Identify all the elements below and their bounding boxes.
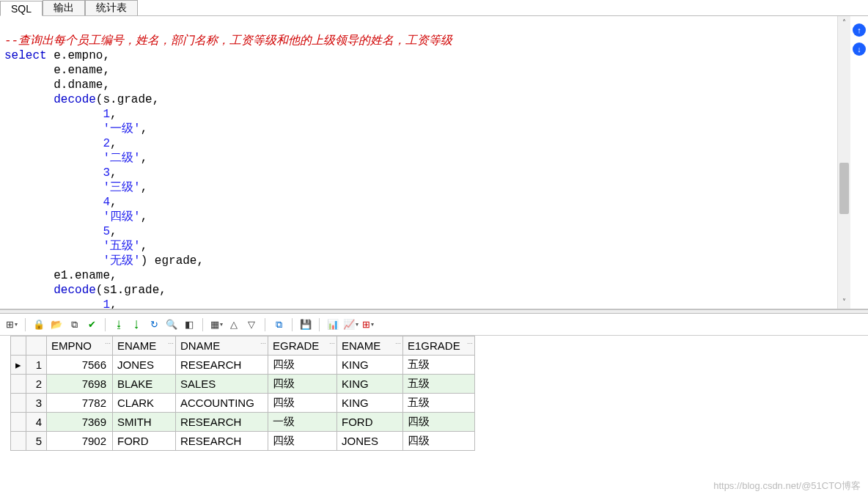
sort-icon[interactable]: ⋯ [260, 340, 266, 347]
tab-sql[interactable]: SQL [0, 1, 43, 16]
table-row[interactable]: ▸17566JONESRESEARCH四级KING五级 [11, 356, 475, 375]
sort-icon[interactable]: ⋯ [168, 340, 174, 347]
literal: 2 [103, 137, 110, 150]
cell-e1grade[interactable]: 五级 [403, 356, 475, 375]
sort-icon[interactable]: ⋯ [105, 340, 111, 347]
cell-dname[interactable]: RESEARCH [176, 356, 268, 375]
cell-e1grade[interactable]: 四级 [403, 432, 475, 451]
cell-e1grade[interactable]: 五级 [403, 394, 475, 413]
copy-button[interactable]: ⧉ [67, 317, 81, 332]
table-row[interactable]: 27698BLAKESALES四级KING五级 [11, 375, 475, 394]
col-ename[interactable]: ENAME⋯ [113, 336, 176, 356]
scroll-up-icon[interactable]: ˄ [838, 16, 850, 29]
sql-comment: --查询出每个员工编号，姓名，部门名称，工资等级和他的上级领导的姓名，工资等级 [4, 34, 452, 48]
scroll-thumb[interactable] [839, 163, 849, 214]
sort-icon[interactable]: ⋯ [467, 340, 473, 347]
cell-dname[interactable]: RESEARCH [176, 413, 268, 432]
col-dname[interactable]: DNAME⋯ [176, 336, 268, 356]
code-line [4, 122, 103, 136]
chart-button[interactable]: 📈 [343, 317, 358, 332]
tab-output[interactable]: 输出 [43, 0, 85, 15]
table-row[interactable]: 37782CLARKACCOUNTING四级KING五级 [11, 394, 475, 413]
nav-up-button[interactable]: ↑ [853, 23, 866, 37]
cell-ename2[interactable]: KING [337, 394, 403, 413]
code-line [4, 254, 103, 268]
save-button[interactable]: 💾 [298, 317, 313, 332]
cell-e1grade[interactable]: 五级 [403, 375, 475, 394]
cell-ename2[interactable]: FORD [337, 413, 403, 432]
cell-e1grade[interactable]: 四级 [403, 413, 475, 432]
cell-ename[interactable]: SMITH [113, 413, 176, 432]
result-grid[interactable]: EMPNO⋯ ENAME⋯ DNAME⋯ EGRADE⋯ ENAME⋯ E1GR… [10, 336, 475, 451]
grid-mode-button[interactable]: ⊞ [4, 317, 19, 332]
tab-stats[interactable]: 统计表 [85, 0, 138, 15]
literal: '一级' [103, 122, 140, 136]
sql-editor[interactable]: --查询出每个员工编号，姓名，部门名称，工资等级和他的上级领导的姓名，工资等级 … [0, 16, 837, 309]
code-line: , [110, 298, 117, 309]
cell-ename2[interactable]: KING [337, 375, 403, 394]
row-marker [11, 432, 26, 451]
col-ename2[interactable]: ENAME⋯ [337, 336, 403, 356]
row-marker-header [11, 336, 26, 356]
col-egrade[interactable]: EGRADE⋯ [268, 336, 337, 356]
literal: '五级' [103, 240, 140, 253]
cell-egrade[interactable]: 四级 [268, 432, 337, 451]
cell-ename2[interactable]: KING [337, 356, 403, 375]
cell-empno[interactable]: 7902 [47, 432, 113, 451]
row-number: 2 [26, 375, 47, 394]
side-nav: ↑ ↓ [850, 16, 868, 309]
separator [319, 318, 320, 331]
col-e1grade[interactable]: E1GRADE⋯ [403, 336, 475, 356]
lock-button[interactable]: 🔒 [32, 317, 46, 332]
first-row-button[interactable]: △ [227, 317, 241, 332]
cell-ename[interactable]: JONES [113, 356, 176, 375]
row-number: 5 [26, 432, 47, 451]
literal: 5 [103, 225, 110, 238]
cell-egrade[interactable]: 四级 [268, 394, 337, 413]
cell-ename[interactable]: CLARK [113, 394, 176, 413]
cell-dname[interactable]: SALES [176, 375, 268, 394]
cell-dname[interactable]: ACCOUNTING [176, 394, 268, 413]
table-row[interactable]: 57902FORDRESEARCH四级JONES四级 [11, 432, 475, 451]
nav-down-button[interactable]: ↓ [853, 43, 866, 56]
bookmark-button[interactable]: ◧ [182, 317, 196, 332]
scroll-down-icon[interactable]: ˅ [838, 295, 850, 309]
code-line [4, 210, 103, 224]
fetch-all-button[interactable]: ⭳ [111, 317, 126, 332]
cell-empno[interactable]: 7782 [47, 394, 113, 413]
find-button[interactable]: 🔍 [164, 317, 179, 332]
kw-select: select [4, 49, 47, 62]
literal: '无级' [103, 254, 140, 268]
fetch-next-button[interactable]: ⭣ [129, 317, 144, 332]
row-number: 1 [26, 356, 47, 375]
col-label: DNAME [180, 339, 220, 352]
open-button[interactable]: 📂 [49, 317, 64, 332]
cell-egrade[interactable]: 一级 [268, 413, 337, 432]
code-line [4, 93, 54, 106]
refresh-button[interactable]: ↻ [147, 317, 161, 332]
cell-empno[interactable]: 7369 [47, 413, 113, 432]
literal: '四级' [103, 210, 140, 224]
code-line [4, 166, 103, 180]
cell-egrade[interactable]: 四级 [268, 375, 337, 394]
sort-icon[interactable]: ⋯ [395, 340, 401, 347]
cell-empno[interactable]: 7566 [47, 356, 113, 375]
link-button[interactable]: ⧉ [271, 317, 286, 332]
export-button[interactable]: ⊞ [361, 317, 375, 332]
dashboard-button[interactable]: 📊 [326, 317, 340, 332]
last-row-button[interactable]: ▽ [244, 317, 259, 332]
cell-ename[interactable]: FORD [113, 432, 176, 451]
commit-button[interactable]: ✔ [84, 317, 99, 332]
cell-dname[interactable]: RESEARCH [176, 432, 268, 451]
sort-icon[interactable]: ⋯ [329, 340, 335, 347]
literal: 3 [103, 166, 110, 180]
editor-scrollbar[interactable]: ˄ ˅ [837, 16, 850, 309]
cell-ename2[interactable]: JONES [337, 432, 403, 451]
table-row[interactable]: 47369SMITHRESEARCH一级FORD四级 [11, 413, 475, 432]
layout-button[interactable]: ▦ [209, 317, 224, 332]
cell-ename[interactable]: BLAKE [113, 375, 176, 394]
row-marker: ▸ [11, 356, 26, 375]
col-empno[interactable]: EMPNO⋯ [47, 336, 113, 356]
cell-egrade[interactable]: 四级 [268, 356, 337, 375]
cell-empno[interactable]: 7698 [47, 375, 113, 394]
